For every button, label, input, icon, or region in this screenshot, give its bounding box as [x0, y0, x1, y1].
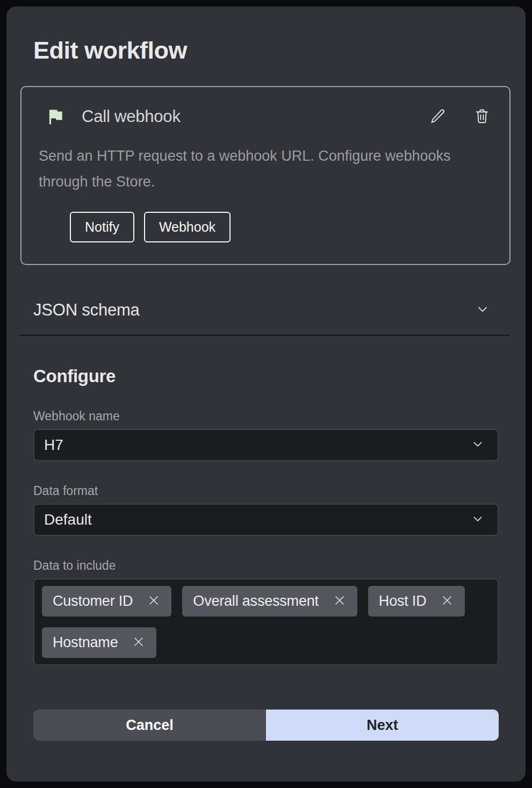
webhook-name-label: Webhook name: [33, 409, 499, 424]
next-button[interactable]: Next: [266, 710, 499, 741]
chip-label: Hostname: [53, 634, 118, 651]
workflow-action-card: Call webhook: [20, 86, 511, 265]
action-card-header: Call webhook: [39, 106, 492, 127]
chevron-down-icon: [471, 437, 485, 453]
data-format-label: Data format: [33, 484, 499, 498]
webhook-name-field: Webhook name H7: [33, 409, 499, 461]
pencil-icon: [429, 108, 447, 126]
section-divider: [19, 335, 509, 336]
json-schema-label: JSON schema: [33, 300, 140, 320]
flag-icon: [45, 106, 66, 127]
remove-chip-button[interactable]: [132, 635, 146, 650]
data-format-value: Default: [44, 511, 471, 528]
chip-customer-id: Customer ID: [42, 586, 171, 617]
remove-chip-button[interactable]: [147, 593, 161, 609]
webhook-name-value: H7: [44, 436, 471, 454]
chip-label: Overall assessment: [193, 593, 318, 610]
trash-icon: [473, 108, 491, 126]
chip-label: Customer ID: [53, 593, 133, 610]
edit-workflow-dialog: Edit workflow Call webhook: [6, 6, 526, 782]
close-icon: [147, 593, 161, 609]
page-title: Edit workflow: [33, 37, 499, 65]
delete-action-button[interactable]: [472, 106, 492, 127]
json-schema-toggle[interactable]: JSON schema: [33, 300, 499, 320]
remove-chip-button[interactable]: [440, 593, 454, 609]
webhook-name-select[interactable]: H7: [33, 429, 499, 461]
data-format-field: Data format Default: [33, 484, 499, 536]
chip-overall-assessment: Overall assessment: [182, 586, 357, 617]
action-card-title: Call webhook: [82, 107, 181, 126]
remove-chip-button[interactable]: [333, 593, 347, 609]
chevron-down-icon: [475, 302, 490, 319]
cancel-button[interactable]: Cancel: [33, 710, 266, 741]
close-icon: [440, 593, 454, 609]
chip-hostname: Hostname: [42, 627, 156, 658]
action-tags: Notify Webhook: [70, 212, 492, 242]
action-description: Send an HTTP request to a webhook URL. C…: [39, 143, 469, 195]
close-icon: [132, 635, 146, 650]
chip-label: Host ID: [379, 593, 427, 610]
tag-webhook[interactable]: Webhook: [144, 212, 231, 242]
data-to-include-box[interactable]: Customer ID Overall assessment Host ID: [33, 578, 499, 665]
chevron-down-icon: [471, 512, 485, 528]
edit-action-button[interactable]: [428, 106, 448, 127]
tag-notify[interactable]: Notify: [70, 212, 134, 242]
data-to-include-field: Data to include Customer ID Overall asse…: [33, 558, 499, 665]
data-format-select[interactable]: Default: [33, 504, 499, 536]
dialog-footer: Cancel Next: [33, 710, 499, 741]
configure-heading: Configure: [33, 366, 499, 386]
chip-host-id: Host ID: [368, 586, 465, 617]
close-icon: [333, 593, 347, 609]
data-to-include-label: Data to include: [33, 558, 499, 573]
